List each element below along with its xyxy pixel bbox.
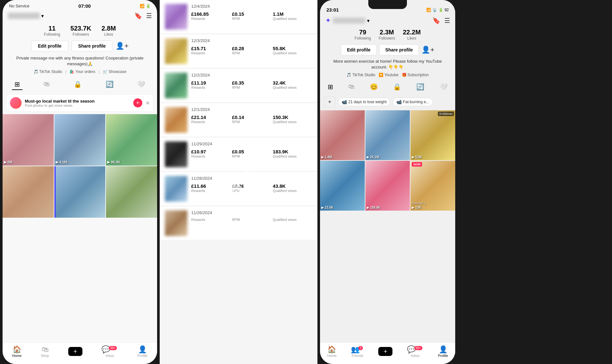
tab-face-icon[interactable]: 😊 xyxy=(369,82,379,92)
earnings-info-3: 12/2/2024 £11.19 Rewards £0.35 RPM 32.4K… xyxy=(191,73,312,98)
nav-shop[interactable]: 🛍 Shop xyxy=(41,345,49,358)
phone1-following-stat: 11 Following xyxy=(44,25,60,37)
notif-subtitle: Post photos to get more views. xyxy=(25,104,130,107)
earnings-thumb-5 xyxy=(165,141,187,167)
phone3-edit-profile-button[interactable]: Edit profile xyxy=(341,44,377,55)
p3-video-thumb-3[interactable]: ▶ 51M 3×30times xyxy=(410,110,455,160)
p3-video-thumb-4[interactable]: ▶ 23.5K xyxy=(320,161,365,211)
menu-icon[interactable]: ☰ xyxy=(444,17,450,24)
rpm-label-4: RPM xyxy=(232,120,272,124)
video-count-2: ▶ 4.1M xyxy=(56,160,67,164)
tab-grid-icon[interactable]: ⊞ xyxy=(326,82,334,92)
tab-repost-icon[interactable]: 🔄 xyxy=(103,79,116,90)
video-thumb-3[interactable]: ▶ 96.3K xyxy=(106,114,157,166)
chevron-down-icon[interactable]: ▾ xyxy=(367,18,370,24)
phone1-your-orders-link[interactable]: 🛍️ Your orders xyxy=(70,69,95,74)
notif-avatar xyxy=(10,97,22,109)
p3-nav-inbox[interactable]: 💬99+ Inbox xyxy=(407,345,424,358)
phone3-status-right: 📶 📡 🔋 92 xyxy=(426,8,449,12)
p3-video-thumb-1[interactable]: ▶ 1.4M xyxy=(320,110,365,160)
phone3-likes-label: Likes xyxy=(403,36,421,41)
earnings-item-6: 11/28/2024 £11.66 Rewards £0.26 RPM 43.8… xyxy=(160,172,317,206)
p3-video-thumb-2[interactable]: ▶ 25.1M xyxy=(365,110,410,160)
tab-lock-icon[interactable]: 🔒 xyxy=(392,82,402,92)
p3-video-count-4: ▶ 23.5K xyxy=(321,206,333,209)
playlist-add-button[interactable]: + xyxy=(324,96,335,108)
video-thumb-5[interactable] xyxy=(54,166,106,218)
earnings-info-1: 12/4/2024 £166.85 Rewards £0.15 RPM 1.1M… xyxy=(191,4,312,30)
wifi-icon: 📡 xyxy=(432,8,437,12)
phone1-add-friend-button[interactable]: 👤+ xyxy=(116,42,128,50)
tab-shop-icon[interactable]: 🛍 xyxy=(347,82,356,92)
views-label-4: Qualified views xyxy=(273,120,312,124)
playlist-item-1[interactable]: 📹 21 days to lose weight xyxy=(338,98,390,106)
phone1-edit-profile-button[interactable]: Edit profile xyxy=(31,41,68,51)
menu-icon[interactable]: ☰ xyxy=(146,12,152,20)
phone3-username-blur xyxy=(333,18,365,23)
rewards-val-2: £15.71 xyxy=(191,46,231,51)
p3-nav-friends[interactable]: 👥3 Friends xyxy=(351,345,364,358)
views-val-6: 43.8K xyxy=(273,183,312,189)
bookmark-icon[interactable]: 🔖 xyxy=(432,17,440,24)
rewards-val-3: £11.19 xyxy=(191,80,231,86)
earnings-stats-4: £21.14 Rewards £0.14 RPM 150.3K Qualifie… xyxy=(191,114,312,124)
p3-nav-create-button[interactable]: + xyxy=(378,347,392,356)
showcase-icon: 🛒 xyxy=(103,69,108,74)
phone1-showcase-link[interactable]: 🛒 Showcase xyxy=(103,69,126,74)
nav-home[interactable]: 🏠 Home xyxy=(12,345,22,358)
video-exercise-label: Exercise 1 xyxy=(412,202,425,205)
home-icon: 🏠 xyxy=(12,345,22,354)
video-thumb-2[interactable]: ▶ 4.1M xyxy=(54,114,106,166)
phone1-tabs: ⊞ 🛍 🔒 🔄 🤍 xyxy=(3,78,157,92)
video-thumb-1[interactable]: ▶ 8M xyxy=(3,114,54,166)
playlist-icon-2: 📹 xyxy=(396,99,402,105)
phone3-add-friend-button[interactable]: 👤+ xyxy=(421,46,434,54)
nav-inbox[interactable]: 💬99+ Inbox xyxy=(101,345,118,358)
playlist-item-2[interactable]: 📹 Fat-burning e... xyxy=(393,98,433,106)
video-thumb-6[interactable] xyxy=(106,166,157,218)
phone3-subscription-link[interactable]: 🎁 Subscription xyxy=(402,73,429,77)
phone1-share-profile-button[interactable]: Share profile xyxy=(71,41,113,51)
earnings-thumb-4 xyxy=(165,107,187,133)
battery-icon: 🔋 xyxy=(146,4,151,8)
tab-shop-icon[interactable]: 🛍 xyxy=(41,79,52,90)
phone3-share-profile-button[interactable]: Share profile xyxy=(379,44,419,55)
tab-lock-icon[interactable]: 🔒 xyxy=(71,79,84,90)
phone1-tiktok-studio-link[interactable]: 🎵 TikTok Studio xyxy=(33,69,62,74)
phone3-followers-stat: 2.3M Followers xyxy=(379,29,395,41)
p3-video-thumb-5[interactable]: ▶ 189.8K xyxy=(365,161,410,211)
nav-profile[interactable]: 👤 Profile xyxy=(137,345,147,358)
phone1-video-grid: ▶ 8M ▶ 4.1M ▶ 96.3K xyxy=(3,114,157,218)
tab-repost-icon[interactable]: 🔄 xyxy=(415,82,426,92)
phone1-following-count: 11 xyxy=(44,25,60,32)
phone3-tabs: ⊞ 🛍 😊 🔒 🔄 🤍 xyxy=(320,80,455,94)
profile-icon: 👤 xyxy=(438,345,448,354)
p3-nav-profile[interactable]: 👤 Profile xyxy=(438,345,448,358)
bookmark-icon[interactable]: 🔖 xyxy=(134,12,142,20)
rewards-val-1: £166.85 xyxy=(191,11,231,17)
tab-heart-icon[interactable]: 🤍 xyxy=(135,79,148,90)
tab-heart-icon[interactable]: 🤍 xyxy=(438,82,449,92)
phone3-tiktok-studio-link[interactable]: 🎵 TikTok Studio xyxy=(346,73,375,77)
tab-grid-icon[interactable]: ⊞ xyxy=(12,79,23,90)
earnings-date-7: 11/26/2024 xyxy=(191,210,312,215)
video-thumb-4[interactable] xyxy=(3,166,54,218)
rewards-label-7: Rewards xyxy=(191,218,231,222)
tiktok-logo-icon: ✦ xyxy=(325,16,331,25)
p3-video-count-2: ▶ 25.1M xyxy=(367,155,379,159)
p3-nav-home[interactable]: 🏠 Home xyxy=(327,345,336,358)
phone3-youtube-link[interactable]: ▶️ Youtube xyxy=(379,73,399,77)
phone3-header-row: ✦ ▾ 🔖 ☰ xyxy=(320,14,455,26)
phone3-bio: More women exercise at home! Please foll… xyxy=(320,59,455,73)
nav-create-button[interactable]: + xyxy=(68,347,82,356)
rpm-label-5: RPM xyxy=(232,154,272,158)
p3-video-thumb-6[interactable]: ▶ 13K NOW Exercise 1 xyxy=(410,161,455,211)
notif-close-button[interactable]: ✕ xyxy=(146,100,150,106)
rewards-label-6: Rewards xyxy=(191,189,231,193)
phone1-action-buttons: Edit profile Share profile 👤+ xyxy=(3,41,157,55)
notif-add-button[interactable]: + xyxy=(133,98,142,107)
chevron-down-icon[interactable]: ▾ xyxy=(41,13,44,19)
earnings-thumb-2 xyxy=(165,38,187,64)
phone3-bottom-nav: 🏠 Home 👥3 Friends + 💬99+ Inbox 👤 Profile xyxy=(320,342,455,364)
rpm-val-2: £0.28 xyxy=(232,46,272,51)
